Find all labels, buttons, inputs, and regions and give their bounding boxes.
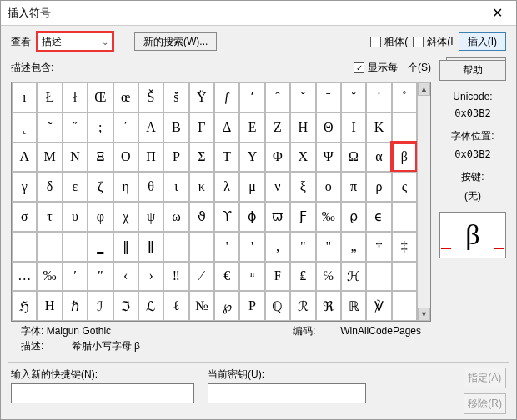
char-cell[interactable]: ℣ [366, 291, 391, 321]
char-cell[interactable]: Η [290, 112, 315, 142]
char-cell[interactable]: Ρ [163, 142, 188, 172]
char-cell[interactable]: Σ [189, 142, 214, 172]
char-cell[interactable]: ϕ [239, 202, 264, 232]
char-cell[interactable]: ℛ [290, 291, 315, 321]
char-cell[interactable]: … [12, 262, 37, 292]
char-cell[interactable]: ϑ [189, 202, 214, 232]
char-cell[interactable]: œ [113, 82, 138, 112]
char-cell[interactable]: σ [12, 202, 37, 232]
char-cell[interactable]: Ξ [88, 142, 113, 172]
char-cell[interactable]: Œ [88, 82, 113, 112]
char-cell[interactable]: ‹ [113, 262, 138, 292]
char-cell[interactable]: β [392, 142, 417, 172]
char-cell[interactable]: χ [113, 202, 138, 232]
char-cell[interactable]: ℏ [63, 291, 88, 321]
char-cell[interactable]: Ζ [265, 112, 290, 142]
view-combo[interactable]: 描述 ⌄ [38, 32, 113, 51]
char-cell[interactable]: λ [214, 172, 239, 202]
char-cell[interactable]: Ω [341, 142, 366, 172]
char-cell[interactable]: ℒ [138, 291, 163, 321]
char-cell[interactable]: Χ [290, 142, 315, 172]
char-cell[interactable]: Β [163, 112, 188, 142]
char-cell[interactable]: Γ [189, 112, 214, 142]
char-cell[interactable]: ε [63, 172, 88, 202]
char-cell[interactable]: π [341, 172, 366, 202]
scroll-down-icon[interactable]: ▼ [418, 308, 430, 321]
char-cell[interactable]: κ [189, 172, 214, 202]
char-cell[interactable]: ƒ [214, 82, 239, 112]
char-cell[interactable]: ς [392, 172, 417, 202]
char-cell[interactable]: υ [63, 202, 88, 232]
char-cell[interactable]: — [37, 232, 62, 262]
scroll-up-icon[interactable]: ▲ [418, 82, 430, 96]
char-cell[interactable]: ˛ [12, 112, 37, 142]
char-cell[interactable]: γ [12, 172, 37, 202]
char-cell[interactable]: " [316, 232, 341, 262]
char-cell[interactable]: ϵ [366, 202, 391, 232]
help-button[interactable]: 帮助 [439, 60, 506, 81]
char-cell[interactable]: ℝ [341, 291, 366, 321]
char-cell[interactable]: ‰ [316, 202, 341, 232]
char-cell[interactable]: ǁ [138, 232, 163, 262]
char-cell[interactable]: θ [138, 172, 163, 202]
char-cell[interactable]: ˜ [37, 112, 62, 142]
char-cell[interactable]: η [113, 172, 138, 202]
char-cell[interactable]: ℐ [88, 291, 113, 321]
char-cell[interactable]: ˉ [316, 82, 341, 112]
char-cell[interactable]: ‗ [88, 232, 113, 262]
char-cell[interactable]: † [366, 232, 391, 262]
char-cell[interactable]: Ÿ [189, 82, 214, 112]
char-cell[interactable] [392, 291, 417, 321]
char-cell[interactable]: ‰ [37, 262, 62, 292]
char-cell[interactable]: Ι [341, 112, 366, 142]
char-cell[interactable]: μ [239, 172, 264, 202]
char-cell[interactable]: α [366, 142, 391, 172]
char-cell[interactable]: Ο [113, 142, 138, 172]
char-cell[interactable]: ρ [366, 172, 391, 202]
char-cell[interactable]: ˝ [63, 112, 88, 142]
char-cell[interactable]: ₤ [290, 262, 315, 292]
char-cell[interactable]: ‼ [163, 262, 188, 292]
char-cell[interactable]: ˚ [392, 82, 417, 112]
char-cell[interactable]: ' [239, 232, 264, 262]
char-cell[interactable]: ‡ [392, 232, 417, 262]
char-cell[interactable]: τ [37, 202, 62, 232]
char-cell[interactable]: ℘ [214, 291, 239, 321]
char-cell[interactable]: Ψ [316, 142, 341, 172]
char-cell[interactable]: Φ [265, 142, 290, 172]
char-cell[interactable]: Ł [37, 82, 62, 112]
char-cell[interactable]: ‖ [113, 232, 138, 262]
char-cell[interactable]: Ƒ [290, 202, 315, 232]
char-cell[interactable]: Ε [239, 112, 264, 142]
char-cell[interactable] [392, 112, 417, 142]
char-cell[interactable]: € [214, 262, 239, 292]
char-cell[interactable]: φ [88, 202, 113, 232]
char-cell[interactable]: Κ [366, 112, 391, 142]
char-cell[interactable]: ˙ [366, 82, 391, 112]
char-cell[interactable]: ϒ [214, 202, 239, 232]
char-cell[interactable]: ˘ [341, 82, 366, 112]
char-cell[interactable]: ı [12, 82, 37, 112]
char-cell[interactable]: › [138, 262, 163, 292]
char-cell[interactable]: ł [63, 82, 88, 112]
italic-checkbox[interactable]: 斜体(I [413, 35, 453, 49]
char-cell[interactable]: ˇ [290, 82, 315, 112]
char-cell[interactable]: ι [163, 172, 188, 202]
char-cell[interactable]: ― [63, 232, 88, 262]
char-cell[interactable]: ο [316, 172, 341, 202]
char-cell[interactable]: Θ [316, 112, 341, 142]
char-cell[interactable]: – [12, 232, 37, 262]
char-cell[interactable]: – [163, 232, 188, 262]
bold-checkbox[interactable]: 粗体( [370, 35, 408, 49]
char-cell[interactable]: Λ [12, 142, 37, 172]
char-cell[interactable]: ϱ [341, 202, 366, 232]
char-cell[interactable]: ₣ [265, 262, 290, 292]
char-cell[interactable]: ℋ [341, 262, 366, 292]
char-cell[interactable]: H [37, 291, 62, 321]
char-cell[interactable]: Α [138, 112, 163, 142]
char-cell[interactable] [392, 262, 417, 292]
char-cell[interactable]: ℌ [12, 291, 37, 321]
grid-scrollbar[interactable]: ▲ ▼ [417, 82, 430, 321]
char-cell[interactable]: ν [265, 172, 290, 202]
char-cell[interactable]: № [189, 291, 214, 321]
